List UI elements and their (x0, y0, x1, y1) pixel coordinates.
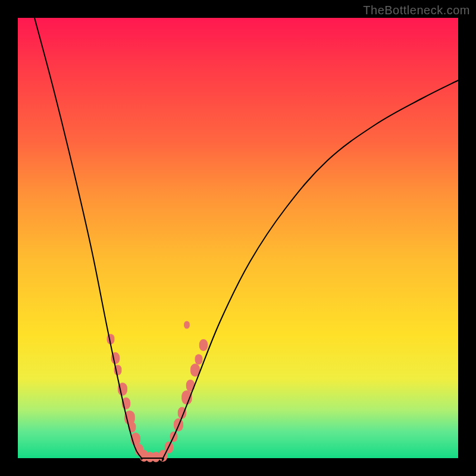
watermark-text: TheBottleneck.com (363, 4, 470, 17)
bottleneck-curve (35, 18, 458, 461)
data-marker (184, 321, 190, 328)
bottleneck-chart (18, 18, 458, 458)
data-marker (181, 390, 192, 405)
data-marker (152, 452, 160, 462)
data-marker (195, 354, 203, 365)
data-marker (199, 339, 208, 351)
